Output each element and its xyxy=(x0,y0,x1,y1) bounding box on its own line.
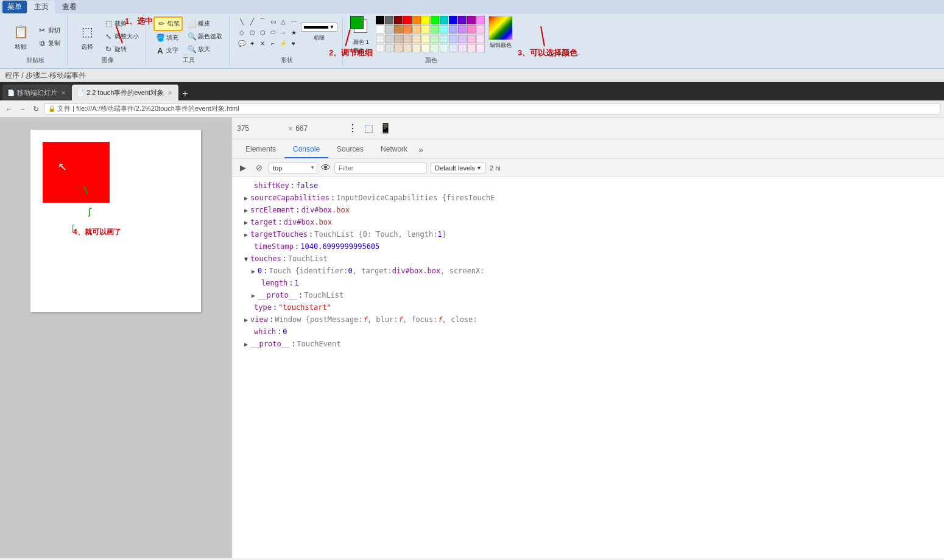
expand-target[interactable]: ▶ xyxy=(244,218,248,227)
magnify-button[interactable]: 🔍 放大 xyxy=(185,43,224,55)
ribbon-home-tab[interactable]: 主页 xyxy=(28,1,55,13)
color-r4c1[interactable] xyxy=(376,44,384,52)
color-orange[interactable] xyxy=(412,16,421,24)
color-lightcyan[interactable] xyxy=(440,25,448,33)
color-lightblue[interactable] xyxy=(449,25,457,33)
shape-star[interactable]: ★ xyxy=(289,27,298,37)
shape-curve[interactable]: ⌒ xyxy=(258,16,267,26)
color-boxes[interactable] xyxy=(350,16,372,38)
context-selector[interactable]: top xyxy=(269,163,317,173)
tab-sources[interactable]: Sources xyxy=(328,141,372,158)
color-pick-button[interactable]: 🔍 颜色选取 xyxy=(185,30,224,43)
color-gray[interactable] xyxy=(385,16,393,24)
color-white[interactable] xyxy=(376,25,384,33)
options-icon[interactable]: ⋮ xyxy=(348,124,358,133)
color-r3c11[interactable] xyxy=(467,35,476,43)
tab-elements[interactable]: Elements xyxy=(237,141,284,158)
browser-tab-2[interactable]: 📄 2.2 touch事件的event对象 ✕ xyxy=(72,85,178,100)
color-r3c9[interactable] xyxy=(449,35,457,43)
inspect-element-icon[interactable]: ⬚ xyxy=(361,121,376,136)
color-r3c3[interactable] xyxy=(394,35,403,43)
browser-tab-1[interactable]: 📄 移动端幻灯片 ✕ xyxy=(2,85,72,100)
color-r3c10[interactable] xyxy=(458,35,467,43)
edit-colors-label[interactable]: 编辑颜色 xyxy=(490,41,512,49)
color-lightyellow[interactable] xyxy=(421,25,430,33)
color-lightgreen[interactable] xyxy=(431,25,439,33)
cut-button[interactable]: ✂ 剪切 xyxy=(35,24,62,37)
color-r4c4[interactable] xyxy=(403,44,412,52)
color-r4c11[interactable] xyxy=(467,44,476,52)
color-pink[interactable] xyxy=(476,16,485,24)
color-peach[interactable] xyxy=(403,25,412,33)
color-r4c2[interactable] xyxy=(385,44,393,52)
stroke-selector-button[interactable]: ▼ 粗细 xyxy=(301,23,337,51)
shape-pentagon[interactable]: ⬠ xyxy=(247,27,257,37)
color-yellow[interactable] xyxy=(421,16,430,24)
color-r4c6[interactable] xyxy=(421,44,430,52)
tab-console[interactable]: Console xyxy=(284,141,328,158)
color-purple[interactable] xyxy=(467,16,476,24)
color-r4c10[interactable] xyxy=(458,44,467,52)
color-hotpink[interactable] xyxy=(467,25,476,33)
color-r4c9[interactable] xyxy=(449,44,457,52)
expand-targetTouches[interactable]: ▶ xyxy=(244,230,248,239)
shape-lightning[interactable]: ⚡ xyxy=(278,38,288,48)
shape-triangle[interactable]: △ xyxy=(278,16,288,26)
color-r4c7[interactable] xyxy=(431,44,439,52)
color-r4c8[interactable] xyxy=(440,44,448,52)
device-emulation-icon[interactable]: 📱 xyxy=(378,121,393,136)
rotate-button[interactable]: ↻ 旋转 xyxy=(102,43,141,55)
color-black[interactable] xyxy=(376,16,384,24)
new-tab-button[interactable]: + xyxy=(178,87,191,100)
ribbon-view-tab[interactable]: 查看 xyxy=(56,1,83,13)
copy-button[interactable]: ⧉ 复制 xyxy=(35,37,62,49)
paste-button[interactable]: 📋 粘贴 xyxy=(9,21,33,52)
color-green[interactable] xyxy=(431,16,439,24)
refresh-button[interactable]: ↻ xyxy=(30,103,41,114)
tab-network[interactable]: Network xyxy=(372,141,416,158)
shape-x[interactable]: ✕ xyxy=(258,38,267,48)
color-r3c12[interactable] xyxy=(476,35,485,43)
shape-line2[interactable]: ╱ xyxy=(247,16,257,26)
expand-touches-proto[interactable]: ▶ xyxy=(252,291,255,300)
shape-rect[interactable]: ▭ xyxy=(268,16,278,26)
shape-star2[interactable]: ✦ xyxy=(247,38,257,48)
color-r3c4[interactable] xyxy=(403,35,412,43)
color-red[interactable] xyxy=(403,16,412,24)
color-lavender[interactable] xyxy=(458,25,467,33)
tab1-close[interactable]: ✕ xyxy=(60,89,67,96)
shape-hex[interactable]: ⬡ xyxy=(258,27,267,37)
color-lightorange[interactable] xyxy=(412,25,421,33)
back-button[interactable]: ← xyxy=(4,103,15,114)
block-network-button[interactable]: ⊘ xyxy=(253,162,265,174)
shape-heart[interactable]: ♥ xyxy=(289,38,298,48)
console-levels-dropdown[interactable]: Default levels ▼ xyxy=(431,163,486,173)
forward-button[interactable]: → xyxy=(17,103,28,114)
shape-bracket[interactable]: ⌐ xyxy=(268,38,278,48)
resize-button[interactable]: ⤡ 调整大小 xyxy=(102,30,141,43)
more-tabs-button[interactable]: » xyxy=(416,141,426,158)
pencil-button[interactable]: ✏ 铅笔 xyxy=(153,16,183,31)
color-darkred[interactable] xyxy=(394,16,403,24)
fill-button[interactable]: 🪣 填充 xyxy=(153,32,183,44)
shape-callout[interactable]: 💬 xyxy=(237,38,247,48)
expand-view[interactable]: ▶ xyxy=(244,315,248,324)
eye-icon-wrapper[interactable]: 👁 xyxy=(321,163,331,173)
shape-oval[interactable]: ⬭ xyxy=(268,27,278,37)
color-indigo[interactable] xyxy=(458,16,467,24)
color-cyan[interactable] xyxy=(440,16,448,24)
tab2-close[interactable]: ✕ xyxy=(166,89,174,96)
expand-srcElement[interactable]: ▶ xyxy=(244,206,248,215)
color-brown[interactable] xyxy=(394,25,403,33)
clear-console-button[interactable]: ▶ xyxy=(237,162,249,174)
shape-diamond[interactable]: ◇ xyxy=(237,27,247,37)
rainbow-swatch[interactable] xyxy=(488,16,513,40)
crop-button[interactable]: ⬚ 裁剪 xyxy=(102,18,141,30)
color-blush[interactable] xyxy=(476,25,485,33)
color-r3c1[interactable] xyxy=(376,35,384,43)
shape-arrow[interactable]: → xyxy=(278,27,288,37)
color-r4c12[interactable] xyxy=(476,44,485,52)
ribbon-menu-tab[interactable]: 菜单 xyxy=(2,1,27,13)
color-r4c3[interactable] xyxy=(394,44,403,52)
color-r3c2[interactable] xyxy=(385,35,393,43)
